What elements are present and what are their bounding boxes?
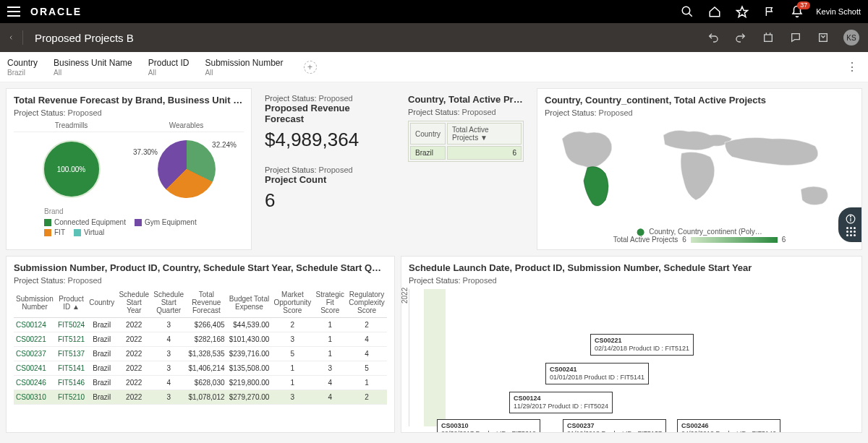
info-floating-button[interactable] <box>838 207 862 242</box>
gantt-task-box[interactable]: CS0031009/30/2017 Product ID : FIT5210 <box>437 419 540 433</box>
gantt-chart[interactable]: 2022 CS0022102/14/2018 Product ID : FIT5… <box>409 289 854 426</box>
card-title: Country, Country_continent, Total Active… <box>545 95 854 106</box>
table-cell: Brazil <box>87 376 116 390</box>
table-cell: Brazil <box>87 318 116 332</box>
back-button[interactable] <box>9 30 23 45</box>
gantt-task-box[interactable]: CS0024101/01/2018 Product ID : FIT5141 <box>545 363 649 384</box>
table-cell: CS00237 <box>14 347 56 361</box>
map-card: Country, Country_continent, Total Active… <box>537 88 862 250</box>
table-header[interactable]: Schedule Start Quarter <box>151 288 186 318</box>
card-title: Country, Total Active Projects <box>408 94 524 105</box>
bell-icon[interactable]: 37 <box>790 4 804 19</box>
filter-label: Business Unit Name <box>54 58 132 68</box>
kpi-card: Project Status: Proposed Proposed Revenu… <box>258 88 395 250</box>
table-row[interactable]: CS00246FIT5146Brazil20224$628,030$219,80… <box>14 376 387 390</box>
comment-icon[interactable] <box>788 30 803 45</box>
filter-business-unit[interactable]: Business Unit Name All <box>54 58 132 77</box>
legend-item: Connected Equipment <box>44 218 126 226</box>
table-header[interactable]: Total Active Projects ▼ <box>447 123 522 145</box>
export-icon[interactable] <box>761 30 775 45</box>
projects-table[interactable]: Submission Number Product ID ▲ Country S… <box>14 288 387 405</box>
home-icon[interactable] <box>707 4 722 19</box>
kpi-value-revenue: $4,989,364 <box>265 129 388 151</box>
present-icon[interactable] <box>816 30 830 45</box>
map-legend-scale: Total Active Projects 6 6 <box>545 236 854 244</box>
table-cell: 2022 <box>116 347 151 361</box>
user-avatar[interactable]: KS <box>843 30 859 46</box>
table-row[interactable]: CS00310FIT5210Brazil20223$1,078,012$279,… <box>14 390 387 405</box>
table-cell: $279,270.00 <box>227 390 272 405</box>
table-cell[interactable]: 6 <box>447 146 522 160</box>
username-label[interactable]: Kevin Schott <box>816 7 861 16</box>
gantt-task-box[interactable]: CS0024604/26/2018 Product ID : FIT5146 <box>677 419 780 433</box>
table-cell: 3 <box>313 361 346 376</box>
map-legend: ⬤ Country, Country_continent (Poly… <box>545 228 854 236</box>
table-row[interactable]: CS00241FIT5141Brazil20223$1,406,214$135,… <box>14 361 387 376</box>
table-cell: 1 <box>271 361 313 376</box>
flag-icon[interactable] <box>762 4 777 19</box>
table-header[interactable]: Product ID ▲ <box>56 288 87 318</box>
treadmills-pie[interactable]: 100.00% <box>43 140 101 198</box>
svg-point-7 <box>850 215 851 216</box>
table-cell: 4 <box>313 390 346 405</box>
table-header[interactable]: Strategic Fit Score <box>313 288 346 318</box>
filter-label: Product ID <box>148 58 190 68</box>
add-filter-button[interactable]: + <box>304 61 317 74</box>
table-cell: 3 <box>271 332 313 347</box>
card-title: Schedule Launch Date, Product ID, Submis… <box>409 262 854 273</box>
table-header[interactable]: Regulatory Complexity Score <box>346 288 387 318</box>
table-header[interactable]: Country <box>410 123 446 145</box>
legend: Brand Connected Equipment Gym Equipment … <box>14 207 244 236</box>
gantt-card: Schedule Launch Date, Product ID, Submis… <box>401 256 862 433</box>
table-cell[interactable]: Brazil <box>410 146 446 160</box>
table-cell: 1 <box>313 318 346 332</box>
page-title: Proposed Projects B <box>35 32 134 44</box>
kpi-title: Project Count <box>265 174 388 185</box>
filter-country[interactable]: Country Brazil <box>7 58 38 77</box>
table-header[interactable]: Submission Number <box>14 288 56 318</box>
legend-item: Virtual <box>74 228 104 236</box>
table-row[interactable]: CS00124FIT5024Brazil20223$266,405$44,539… <box>14 318 387 332</box>
table-row[interactable]: CS00237FIT5137Brazil20223$1,328,535$239,… <box>14 347 387 361</box>
oracle-logo: ORACLE <box>30 6 82 17</box>
undo-icon[interactable] <box>706 30 720 45</box>
pie-slice-label: 32.24% <box>212 141 237 149</box>
table-cell: $282,168 <box>186 332 226 347</box>
table-cell: 2022 <box>116 376 151 390</box>
filter-label: Submission Number <box>205 58 283 68</box>
world-map[interactable] <box>545 117 854 225</box>
table-cell: 4 <box>346 347 387 361</box>
active-projects-card: Country, Total Active Projects Project S… <box>401 88 531 250</box>
table-cell: 5 <box>346 361 387 376</box>
gantt-task-box[interactable]: CS0023701/19/2018 Product ID : FIT5137 <box>563 419 666 433</box>
wearables-pie[interactable] <box>158 140 216 198</box>
table-cell: CS00310 <box>14 390 56 405</box>
table-cell: $266,405 <box>186 318 226 332</box>
table-row[interactable]: CS00221FIT5121Brazil20224$282,168$101,43… <box>14 332 387 347</box>
filter-value: All <box>148 69 190 77</box>
filter-submission-number[interactable]: Submission Number All <box>205 58 283 77</box>
table-cell: 3 <box>151 361 186 376</box>
gantt-task-box[interactable]: CS0012411/29/2017 Product ID : FIT5024 <box>509 392 613 413</box>
table-header[interactable]: Total Revenue Forecast <box>186 288 226 318</box>
global-header: ORACLE 37 Kevin Schott <box>0 0 868 23</box>
table-header[interactable]: Country <box>87 288 116 318</box>
table-cell: Brazil <box>87 347 116 361</box>
active-projects-table[interactable]: CountryTotal Active Projects ▼ Brazil6 <box>408 121 524 162</box>
filter-product-id[interactable]: Product ID All <box>148 58 190 77</box>
table-header[interactable]: Market Opportunity Score <box>271 288 313 318</box>
table-cell: 3 <box>151 390 186 405</box>
project-status: Project Status: Proposed <box>409 276 854 285</box>
kebab-menu-icon[interactable]: ⋮ <box>846 60 858 74</box>
hamburger-menu-icon[interactable] <box>7 7 20 17</box>
star-icon[interactable] <box>735 4 749 19</box>
project-status: Project Status: Proposed <box>14 108 244 117</box>
table-cell: 3 <box>151 347 186 361</box>
table-header[interactable]: Schedule Start Year <box>116 288 151 318</box>
gantt-task-box[interactable]: CS0022102/14/2018 Product ID : FIT5121 <box>590 334 694 356</box>
redo-icon[interactable] <box>733 30 748 45</box>
table-cell: $1,406,214 <box>186 361 226 376</box>
search-icon[interactable] <box>680 4 694 19</box>
table-header[interactable]: Budget Total Expense <box>227 288 272 318</box>
table-cell: 4 <box>313 376 346 390</box>
